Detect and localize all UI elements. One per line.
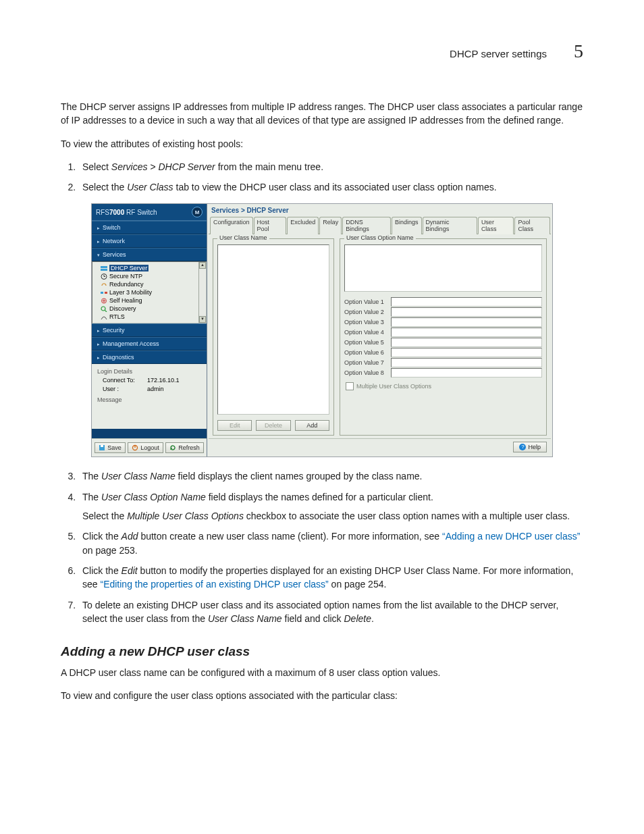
svg-rect-4 xyxy=(105,292,107,294)
tree-discovery-label: Discovery xyxy=(109,305,136,312)
page-header-chapter: 5 xyxy=(574,41,583,62)
page-header-title: DHCP server settings xyxy=(450,48,547,59)
steps-list-1: Select Services > DHCP Server from the m… xyxy=(61,160,583,194)
step-3: The User Class Name field displays the c… xyxy=(78,469,583,483)
logout-icon xyxy=(132,444,138,451)
clock-icon xyxy=(101,273,107,280)
save-button[interactable]: Save xyxy=(95,442,126,453)
logout-button[interactable]: Logout xyxy=(128,442,163,453)
step-1-dhcp: DHCP Server xyxy=(158,161,215,172)
tree-rtls[interactable]: RTLS xyxy=(97,313,204,321)
step-4-p-c: checkbox to associate the user class opt… xyxy=(244,511,570,521)
delete-button[interactable]: Delete xyxy=(256,420,290,431)
step-7-e: . xyxy=(371,613,374,624)
tree-self-healing[interactable]: Self Healing xyxy=(97,296,204,305)
step-5-btn: Add xyxy=(122,531,138,542)
step-2-uc: User Class xyxy=(127,182,173,192)
option-value-7-field[interactable] xyxy=(391,358,542,367)
option-value-8-field[interactable] xyxy=(391,368,542,377)
step-7-c: field and click xyxy=(282,613,344,624)
tab-pool-class[interactable]: Pool Class xyxy=(514,217,550,234)
tab-dynamic-bindings[interactable]: Dynamic Bindings xyxy=(423,217,477,234)
help-button[interactable]: ? Help xyxy=(513,442,547,452)
tree-layer3-mobility[interactable]: Layer 3 Mobility xyxy=(97,288,204,296)
step-6-d: on page 254. xyxy=(329,579,387,590)
mobility-icon xyxy=(101,290,107,296)
step-4-a: The xyxy=(82,492,101,502)
tab-bindings[interactable]: Bindings xyxy=(392,217,422,234)
option-value-7-label: Option Value 7 xyxy=(344,359,389,366)
option-value-5-field[interactable] xyxy=(391,338,542,347)
link-editing-user-class[interactable]: “Editing the properties of an existing D… xyxy=(100,579,328,590)
option-value-1-field[interactable] xyxy=(391,297,542,307)
user-class-name-listbox[interactable] xyxy=(217,244,329,415)
scroll-down-icon[interactable]: ▼ xyxy=(199,316,206,323)
help-icon: ? xyxy=(519,444,526,450)
connect-to-label: Connect To: xyxy=(103,377,140,384)
tree-l3-label: Layer 3 Mobility xyxy=(109,289,152,296)
step-2-c: tab to view the DHCP user class and its … xyxy=(173,182,497,192)
section-p1: A DHCP user class name can be configured… xyxy=(61,666,583,679)
step-7-field: User Class Name xyxy=(208,613,282,624)
tab-relay[interactable]: Relay xyxy=(319,217,342,234)
steps-list-2: The User Class Name field displays the c… xyxy=(61,469,583,625)
edit-button[interactable]: Edit xyxy=(217,420,252,431)
tree-ntp-label: Secure NTP xyxy=(109,273,142,280)
tree-rtls-label: RTLS xyxy=(109,313,125,320)
sidebar-item-management-access[interactable]: Management Access xyxy=(92,337,207,350)
main-panel: Services > DHCP Server Configuration Hos… xyxy=(207,204,552,457)
refresh-button[interactable]: Refresh xyxy=(165,442,204,453)
step-6-a: Click the xyxy=(82,565,122,576)
sidebar-item-services[interactable]: Services xyxy=(92,248,207,261)
login-details-panel: Login Details Connect To: 172.16.10.1 Us… xyxy=(92,364,207,429)
product-prefix: RFS xyxy=(96,209,109,216)
step-1-sep: > xyxy=(148,161,159,172)
server-icon xyxy=(101,265,107,271)
step-4-p-a: Select the xyxy=(82,511,127,521)
tree-scrollbar[interactable]: ▲ ▼ xyxy=(198,262,206,323)
step-4: The User Class Option Name field display… xyxy=(78,490,583,523)
tab-host-pool[interactable]: Host Pool xyxy=(254,217,287,234)
user-class-option-name-listbox[interactable] xyxy=(344,244,542,292)
step-2-a: Select the xyxy=(82,182,127,192)
sidebar-item-network[interactable]: Network xyxy=(92,234,207,248)
tab-user-class[interactable]: User Class xyxy=(478,217,514,234)
tab-configuration[interactable]: Configuration xyxy=(210,217,253,234)
sidebar-item-security[interactable]: Security xyxy=(92,323,207,337)
brand-logo-icon: M xyxy=(192,207,203,217)
sidebar-bottom-buttons: Save Logout Refresh xyxy=(92,438,207,457)
option-value-4-field[interactable] xyxy=(391,328,542,337)
svg-rect-3 xyxy=(101,292,103,294)
rtls-icon xyxy=(101,314,107,320)
step-1: Select Services > DHCP Server from the m… xyxy=(78,160,583,174)
section-p2: To view and configure the user class opt… xyxy=(61,689,583,702)
sidebar-item-switch[interactable]: Switch xyxy=(92,221,207,234)
services-tree: ▲ ▼ DHCP Server Secure NTP Redundancy xyxy=(92,261,207,323)
tab-excluded[interactable]: Excluded xyxy=(287,217,319,234)
scroll-up-icon[interactable]: ▲ xyxy=(199,262,206,269)
step-5-a: Click the xyxy=(82,531,122,542)
link-adding-user-class[interactable]: “Adding a new DHCP user class” xyxy=(442,531,580,542)
multiple-user-class-options-checkbox[interactable] xyxy=(346,382,354,390)
tree-redundancy[interactable]: Redundancy xyxy=(97,280,204,288)
step-1-tail: from the main menu tree. xyxy=(215,161,323,172)
tree-discovery[interactable]: Discovery xyxy=(97,305,204,313)
save-label: Save xyxy=(107,444,122,451)
option-value-3-field[interactable] xyxy=(391,317,542,327)
user-label: User : xyxy=(103,386,140,392)
tab-ddns-bindings[interactable]: DDNS Bindings xyxy=(342,217,391,234)
lead-paragraph: To view the attributes of existing host … xyxy=(61,137,583,151)
option-value-2-field[interactable] xyxy=(391,307,542,317)
app-screenshot: RFS7000 RF Switch M Switch Network Servi… xyxy=(91,203,553,457)
tree-redundancy-label: Redundancy xyxy=(109,281,144,288)
add-button[interactable]: Add xyxy=(295,420,329,431)
option-value-8-label: Option Value 8 xyxy=(344,369,389,376)
option-value-5-label: Option Value 5 xyxy=(344,339,389,346)
sidebar-item-diagnostics[interactable]: Diagnostics xyxy=(92,350,207,364)
option-value-6-field[interactable] xyxy=(391,348,542,357)
login-details-title: Login Details xyxy=(97,368,203,375)
tree-dhcp-server[interactable]: DHCP Server xyxy=(97,264,204,272)
tree-secure-ntp[interactable]: Secure NTP xyxy=(97,272,204,280)
step-1-text: Select xyxy=(82,161,111,172)
product-suffix: RF Switch xyxy=(124,209,157,216)
